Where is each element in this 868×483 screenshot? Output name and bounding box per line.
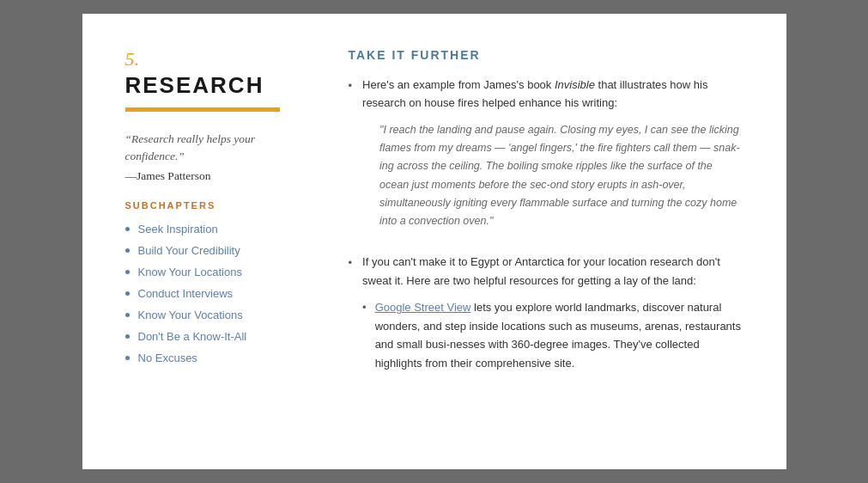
list-item[interactable]: Know Your Vocations [125,309,314,321]
subchapter-link[interactable]: Build Your Credibility [138,244,240,257]
content-section: • Here's an example from James's book In… [349,76,744,372]
bullet-dot-icon [125,291,130,296]
sub-bullet-content-1: Google Street View lets you explore worl… [375,298,744,372]
list-item[interactable]: Know Your Locations [125,266,314,278]
quote-text: “Research really helps your confidence.” [125,131,314,166]
bullet-content-1: Here's an example from James's book Invi… [362,76,743,239]
bullet-text-intro: Here's an example from James's book [362,78,555,91]
bullet-marker-icon: • [349,254,353,272]
section-heading: TAKE IT FURTHER [349,48,744,62]
quote-block: “Research really helps your confidence.”… [125,131,314,183]
subchapter-link[interactable]: No Excuses [138,352,197,364]
bullet-dot-icon [125,270,130,274]
list-item[interactable]: No Excuses [125,352,314,364]
sub-bullet-item-1: • Google Street View lets you explore wo… [362,298,743,372]
bullet-dot-icon [125,313,130,317]
bullet-dot-icon [125,356,130,360]
bullet-content-2: If you can't make it to Egypt or Antarct… [362,253,743,372]
blockquote: "I reach the landing and pause again. Cl… [379,121,743,231]
list-item[interactable]: Build Your Credibility [125,244,314,257]
orange-rule-divider [125,107,280,112]
subchapter-link[interactable]: Seek Inspiration [138,223,218,235]
chapter-number: 5. [125,48,314,70]
bullet-marker-icon: • [349,76,353,95]
book-title: Invisible [555,78,595,91]
google-street-view-link[interactable]: Google Street View [375,301,471,314]
subchapter-link[interactable]: Don't Be a Know-It-All [138,330,247,343]
list-item[interactable]: Conduct Interviews [125,287,314,300]
right-column: TAKE IT FURTHER • Here's an example from… [340,48,744,435]
bullet-dot-icon [125,334,130,339]
bullet-dot-icon [125,227,130,231]
left-column: 5. RESEARCH “Research really helps your … [125,48,314,435]
bullet-item-1: • Here's an example from James's book In… [349,76,744,239]
subchapter-link[interactable]: Know Your Locations [138,266,242,278]
bullet-text-2: If you can't make it to Egypt or Antarct… [362,255,720,286]
chapter-title: RESEARCH [125,72,314,99]
subchapter-link[interactable]: Conduct Interviews [138,287,234,300]
list-item[interactable]: Don't Be a Know-It-All [125,330,314,343]
bullet-dot-icon [125,248,130,253]
list-item[interactable]: Seek Inspiration [125,223,314,235]
subchapters-list: Seek Inspiration Build Your Credibility … [125,223,314,364]
sub-bullet-marker-icon: • [362,298,367,316]
page-container: 5. RESEARCH “Research really helps your … [82,14,786,469]
bullet-item-2: • If you can't make it to Egypt or Antar… [349,253,744,372]
subchapters-label: SUBCHAPTERS [125,200,314,211]
quote-attribution: —James Patterson [125,169,314,183]
subchapter-link[interactable]: Know Your Vocations [138,309,243,321]
